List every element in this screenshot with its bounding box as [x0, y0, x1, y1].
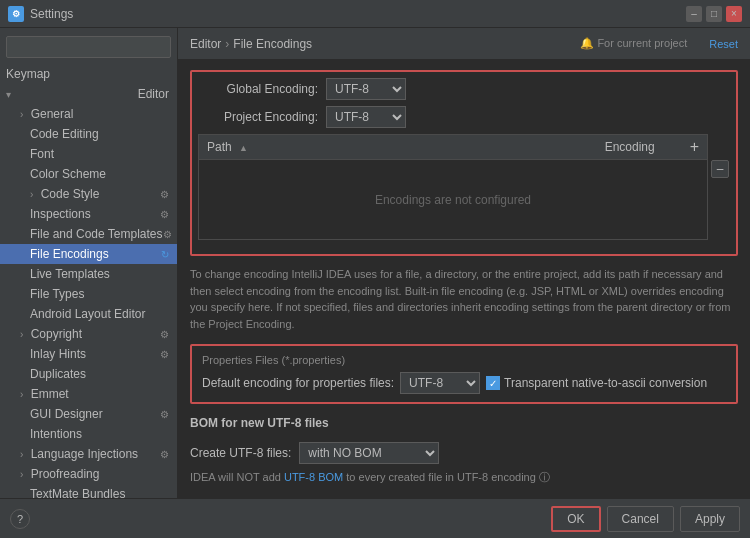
ok-button[interactable]: OK	[551, 506, 600, 532]
sidebar-item-inlay-hints[interactable]: Inlay Hints ⚙	[0, 344, 177, 364]
sidebar-item-emmet[interactable]: › Emmet	[0, 384, 177, 404]
reset-link[interactable]: Reset	[709, 38, 738, 50]
transparent-checkbox[interactable]: ✓	[486, 376, 500, 390]
project-encoding-label: Project Encoding:	[198, 110, 318, 124]
table-header: Path ▲ Encoding +	[198, 134, 708, 160]
create-utf8-label: Create UTF-8 files:	[190, 446, 291, 460]
apply-button[interactable]: Apply	[680, 506, 740, 532]
column-encoding: Encoding	[570, 140, 690, 154]
info-text: To change encoding IntelliJ IDEA uses fo…	[190, 266, 738, 332]
utf8-bom-link[interactable]: UTF-8 BOM	[284, 471, 343, 483]
minimize-button[interactable]: –	[686, 6, 702, 22]
sidebar-item-gui-designer[interactable]: GUI Designer ⚙	[0, 404, 177, 424]
sidebar-item-copyright[interactable]: › Copyright ⚙	[0, 324, 177, 344]
global-encoding-select[interactable]: UTF-8	[326, 78, 406, 100]
settings-icon: ⚙	[160, 349, 169, 360]
sidebar-item-editor[interactable]: ▾ Editor	[0, 84, 177, 104]
sidebar-item-code-style[interactable]: › Code Style ⚙	[0, 184, 177, 204]
sync-icon: ↻	[161, 249, 169, 260]
maximize-button[interactable]: □	[706, 6, 722, 22]
chevron-right-icon: ›	[20, 329, 23, 340]
chevron-right-icon: ›	[20, 449, 23, 460]
sidebar-item-language-injections[interactable]: › Language Injections ⚙	[0, 444, 177, 464]
default-encoding-label: Default encoding for properties files:	[202, 376, 394, 390]
bom-info: IDEA will NOT add UTF-8 BOM to every cre…	[190, 470, 738, 485]
tab-for-current-project[interactable]: 🔔 For current project	[574, 35, 693, 52]
content-area: Editor › File Encodings 🔔 For current pr…	[178, 28, 750, 498]
global-encoding-label: Global Encoding:	[198, 82, 318, 96]
chevron-right-icon: ›	[30, 189, 33, 200]
app-icon: ⚙	[8, 6, 24, 22]
content-header: Editor › File Encodings 🔔 For current pr…	[178, 28, 750, 60]
breadcrumb-parent: Editor	[190, 37, 221, 51]
chevron-right-icon: ›	[20, 469, 23, 480]
project-encoding-select[interactable]: UTF-8	[326, 106, 406, 128]
properties-encoding-select[interactable]: UTF-8	[400, 372, 480, 394]
table-right-buttons: –	[708, 134, 730, 240]
search-input[interactable]	[6, 36, 171, 58]
create-utf8-select[interactable]: with NO BOM	[299, 442, 439, 464]
chevron-right-icon: ›	[20, 109, 23, 120]
transparent-label: Transparent native-to-ascii conversion	[504, 376, 707, 390]
bom-header-row: BOM for new UTF-8 files	[190, 416, 738, 436]
properties-files-box: Properties Files (*.properties) Default …	[190, 344, 738, 404]
encoding-table: Path ▲ Encoding + Encodings are not conf…	[198, 134, 708, 240]
remove-encoding-button[interactable]: –	[711, 160, 729, 178]
tab-area: 🔔 For current project	[574, 35, 693, 52]
settings-icon: ⚙	[163, 229, 172, 240]
sidebar: Keymap ▾ Editor › General Code Editing F…	[0, 28, 178, 498]
chevron-right-icon: ›	[20, 389, 23, 400]
sidebar-item-textmate-bundles[interactable]: TextMate Bundles	[0, 484, 177, 498]
settings-icon: ⚙	[160, 209, 169, 220]
create-utf8-row: Create UTF-8 files: with NO BOM	[190, 442, 738, 464]
properties-box-title: Properties Files (*.properties)	[202, 354, 726, 366]
properties-row: Default encoding for properties files: U…	[202, 372, 726, 394]
encoding-table-wrapper: Path ▲ Encoding + Encodings are not conf…	[198, 134, 730, 240]
checkbox-area[interactable]: ✓ Transparent native-to-ascii conversion	[486, 376, 707, 390]
title-bar: ⚙ Settings – □ ×	[0, 0, 750, 28]
settings-icon: ⚙	[160, 409, 169, 420]
bom-section-title: BOM for new UTF-8 files	[190, 416, 329, 430]
add-encoding-button[interactable]: +	[690, 138, 699, 156]
project-encoding-row: Project Encoding: UTF-8	[198, 106, 730, 128]
global-encoding-row: Global Encoding: UTF-8	[198, 78, 730, 100]
cancel-button[interactable]: Cancel	[607, 506, 674, 532]
chevron-down-icon: ▾	[6, 89, 11, 100]
window-controls[interactable]: – □ ×	[686, 6, 742, 22]
sidebar-item-keymap[interactable]: Keymap	[0, 64, 177, 84]
sidebar-item-inspections[interactable]: Inspections ⚙	[0, 204, 177, 224]
dialog-buttons: OK Cancel Apply	[551, 506, 740, 532]
content-body: Global Encoding: UTF-8 Project Encoding:…	[178, 60, 750, 498]
sidebar-item-general[interactable]: › General	[0, 104, 177, 124]
sidebar-item-proofreading[interactable]: › Proofreading	[0, 464, 177, 484]
sidebar-item-intentions[interactable]: Intentions	[0, 424, 177, 444]
sidebar-item-duplicates[interactable]: Duplicates	[0, 364, 177, 384]
bottom-bar: ? OK Cancel Apply	[0, 498, 750, 538]
search-box[interactable]	[6, 36, 171, 58]
sort-asc-icon: ▲	[239, 143, 248, 153]
close-button[interactable]: ×	[726, 6, 742, 22]
breadcrumb-current: File Encodings	[233, 37, 312, 51]
sidebar-item-android-layout[interactable]: Android Layout Editor	[0, 304, 177, 324]
table-body-empty: Encodings are not configured	[198, 160, 708, 240]
sidebar-item-file-encodings[interactable]: File Encodings ↻	[0, 244, 177, 264]
settings-icon: ⚙	[160, 329, 169, 340]
breadcrumb-separator: ›	[225, 37, 229, 51]
help-button[interactable]: ?	[10, 509, 30, 529]
sidebar-item-live-templates[interactable]: Live Templates	[0, 264, 177, 284]
sidebar-item-file-code-templates[interactable]: File and Code Templates ⚙	[0, 224, 177, 244]
column-path: Path ▲	[207, 140, 570, 154]
sidebar-item-font[interactable]: Font	[0, 144, 177, 164]
breadcrumb: Editor › File Encodings	[190, 37, 312, 51]
settings-icon: ⚙	[160, 449, 169, 460]
sidebar-item-color-scheme[interactable]: Color Scheme	[0, 164, 177, 184]
sidebar-item-file-types[interactable]: File Types	[0, 284, 177, 304]
settings-icon: ⚙	[160, 189, 169, 200]
bom-section: BOM for new UTF-8 files Create UTF-8 fil…	[190, 416, 738, 485]
window-title: Settings	[30, 7, 686, 21]
sidebar-item-code-editing[interactable]: Code Editing	[0, 124, 177, 144]
encoding-settings-box: Global Encoding: UTF-8 Project Encoding:…	[190, 70, 738, 256]
